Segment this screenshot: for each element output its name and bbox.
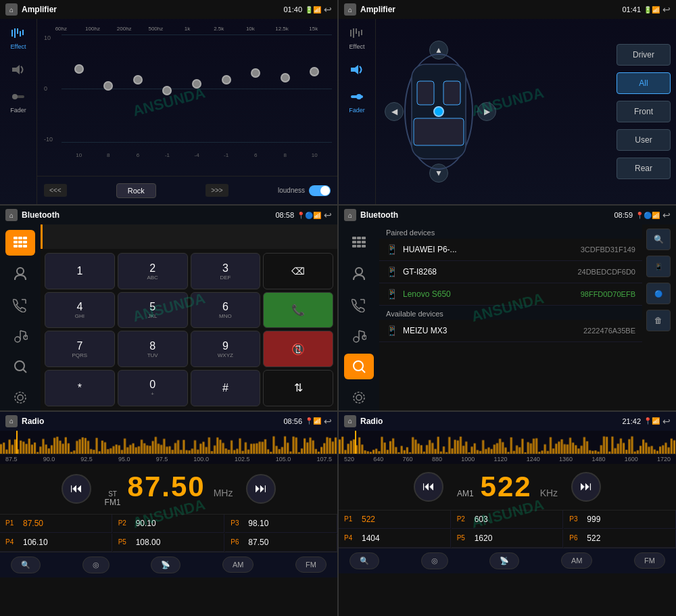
fm-antenna-btn[interactable]: 📡 [151, 556, 180, 573]
am-preset-3[interactable]: P3 999 [564, 511, 676, 529]
am-next-btn[interactable]: ⏭ [571, 472, 601, 502]
eq-slider-10k[interactable] [249, 34, 262, 129]
fm-preset-2[interactable]: P2 90.10 [113, 515, 225, 533]
bt-bt-action-btn[interactable]: 🔵 [646, 283, 671, 304]
am-preset-5[interactable]: P5 1620 [452, 529, 564, 548]
fader-sidebar-volume[interactable] [347, 62, 366, 77]
loudness-toggle[interactable] [309, 185, 331, 196]
eq-slider-15k[interactable] [308, 34, 321, 129]
key-5[interactable]: 5JKL [118, 292, 188, 329]
key-backspace[interactable]: ⌫ [263, 253, 333, 289]
key-1[interactable]: 1 [45, 253, 115, 289]
sidebar-volume[interactable] [9, 62, 28, 77]
front-btn[interactable]: Front [617, 101, 671, 122]
eq-slider-100hz[interactable] [101, 34, 115, 129]
all-btn[interactable]: All [617, 72, 671, 94]
fm-am-btn[interactable]: AM [222, 556, 254, 573]
am-prev-btn[interactable]: ⏮ [414, 472, 443, 502]
device-huawei[interactable]: 📱 HUAWEI P6-... 3CDFBD31F149 [379, 239, 642, 261]
eq-next-btn[interactable]: >>> [206, 184, 228, 197]
fm-preset-5[interactable]: P5 108.00 [113, 534, 225, 552]
am-preset-1[interactable]: P1 522 [339, 511, 451, 529]
bt-dev-music-btn[interactable] [344, 323, 374, 348]
key-8[interactable]: 8TUV [118, 331, 188, 367]
am-antenna-btn[interactable]: 📡 [489, 552, 519, 569]
bt-contacts-btn[interactable] [5, 261, 35, 287]
bt-search-action-btn[interactable]: 🔍 [646, 229, 671, 250]
key-star[interactable]: * [45, 370, 115, 406]
key-3[interactable]: 3DEF [191, 253, 261, 289]
key-endcall[interactable]: 📵 [263, 331, 333, 367]
key-transfer[interactable]: ⇅ [263, 370, 333, 406]
fm-search-btn[interactable]: 🔍 [11, 556, 41, 573]
key-0[interactable]: 0+ [118, 370, 188, 406]
driver-btn[interactable]: Driver [617, 44, 671, 66]
fm-preset-6[interactable]: P6 87.50 [225, 534, 337, 552]
bt-dev-contacts-btn[interactable] [344, 261, 374, 287]
fm-preset-3[interactable]: P3 98.10 [225, 515, 337, 533]
back-icon-4[interactable]: ↩ [662, 210, 671, 220]
key-1-main: 1 [76, 265, 82, 277]
device-lenovo[interactable]: 📱 Lenovo S650 98FFD0D70EFB [379, 283, 642, 306]
key-2[interactable]: 2ABC [118, 253, 188, 289]
fm-preset-4[interactable]: P4 106.10 [0, 534, 112, 552]
device-meizu[interactable]: 📱 MEIZU MX3 2222476A35BE [379, 320, 642, 342]
eq-slider-200hz[interactable] [131, 34, 145, 129]
am-fm-btn[interactable]: FM [634, 552, 665, 569]
key-4[interactable]: 4GHI [45, 292, 115, 329]
am-am-btn[interactable]: AM [561, 552, 593, 569]
am-preset-4[interactable]: P4 1404 [339, 529, 451, 548]
fader-sidebar-effect[interactable]: Effect [347, 26, 366, 50]
home-icon-3[interactable]: ⌂ [5, 209, 18, 221]
bt-search-btn[interactable] [5, 354, 35, 379]
fm-prev-btn[interactable]: ⏮ [62, 474, 91, 504]
bt-dev-search-btn[interactable] [344, 354, 374, 379]
sidebar-fader[interactable]: Fader [9, 89, 28, 114]
home-icon-1[interactable]: ⌂ [5, 3, 18, 16]
bt-calls-btn[interactable] [5, 292, 35, 318]
key-7[interactable]: 7PQRS [45, 331, 115, 367]
bt-dev-dialpad-btn[interactable] [344, 230, 374, 256]
eq-slider-60hz[interactable] [72, 34, 86, 129]
back-icon-1[interactable]: ↩ [324, 4, 332, 15]
bt-phone-action-btn[interactable]: 📱 [646, 256, 671, 277]
am-scan-btn[interactable]: ◎ [421, 552, 448, 569]
eq-prev-btn[interactable]: <<< [44, 184, 67, 197]
key-hash[interactable]: # [191, 370, 261, 406]
eq-slider-500hz[interactable] [160, 34, 174, 129]
fm-fm-btn[interactable]: FM [295, 556, 327, 573]
fm-next-btn[interactable]: ⏭ [246, 474, 276, 504]
user-btn[interactable]: User [617, 129, 671, 151]
home-icon-5[interactable]: ⌂ [5, 415, 18, 427]
device-gt[interactable]: 📱 GT-I8268 24DBEDCDF6D0 [379, 261, 642, 283]
home-icon-4[interactable]: ⌂ [344, 209, 356, 221]
back-icon-2[interactable]: ↩ [662, 4, 671, 15]
home-icon-2[interactable]: ⌂ [344, 3, 356, 16]
bt-dev-calls-btn[interactable] [344, 292, 374, 318]
bt-music-btn[interactable] [5, 323, 35, 348]
key-6[interactable]: 6MNO [191, 292, 261, 329]
sidebar-effect[interactable]: Effect [9, 26, 28, 50]
key-9[interactable]: 9WXYZ [191, 331, 261, 367]
fm-preset-1[interactable]: P1 87.50 [0, 515, 112, 533]
fm-scan-btn[interactable]: ◎ [82, 556, 110, 573]
fader-sidebar-fader[interactable]: Fader [347, 89, 366, 114]
eq-slider-1k[interactable] [190, 34, 203, 129]
fm-st-badge: ST [108, 490, 117, 498]
eq-slider-2k5[interactable] [220, 34, 233, 129]
key-call[interactable]: 📞 [263, 292, 333, 329]
eq-slider-12k5[interactable] [279, 34, 292, 129]
home-icon-6[interactable]: ⌂ [344, 415, 356, 427]
back-icon-3[interactable]: ↩ [324, 210, 332, 220]
back-icon-6[interactable]: ↩ [662, 416, 671, 427]
rear-btn[interactable]: Rear [617, 158, 671, 179]
am-preset-6[interactable]: P6 522 [564, 529, 676, 548]
eq-preset-selector[interactable]: Rock [116, 183, 156, 198]
bt-dev-settings-btn[interactable] [344, 385, 374, 410]
bt-settings-btn[interactable] [5, 385, 35, 410]
bt-dialpad-btn[interactable] [5, 230, 35, 256]
am-search-btn[interactable]: 🔍 [349, 552, 379, 569]
bt-delete-action-btn[interactable]: 🗑 [646, 310, 671, 331]
back-icon-5[interactable]: ↩ [324, 416, 332, 427]
am-preset-2[interactable]: P2 603 [452, 511, 564, 529]
